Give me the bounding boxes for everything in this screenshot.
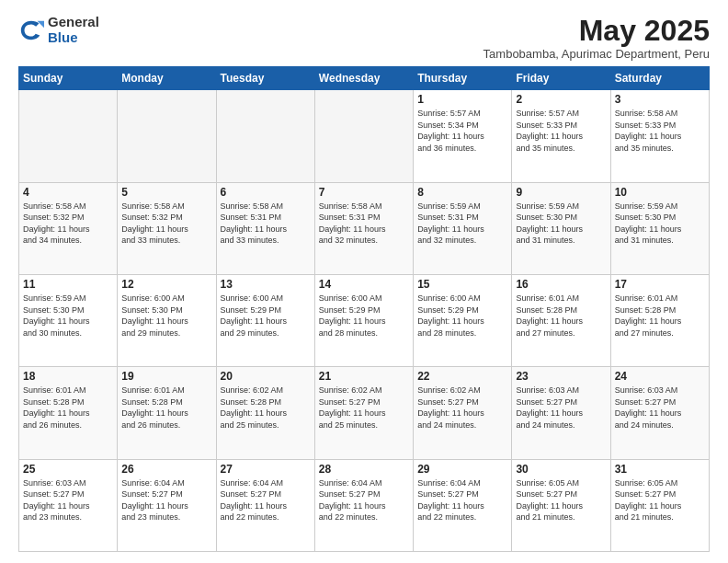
day-info: Sunrise: 6:02 AMSunset: 5:27 PMDaylight:…	[319, 385, 409, 431]
weekday-header-wednesday: Wednesday	[314, 67, 413, 90]
day-number: 15	[417, 278, 507, 291]
day-info: Sunrise: 6:03 AMSunset: 5:27 PMDaylight:…	[23, 477, 113, 523]
title-block: May 2025 Tambobamba, Apurimac Department…	[483, 15, 710, 61]
calendar-cell: 17Sunrise: 6:01 AMSunset: 5:28 PMDayligh…	[610, 274, 709, 366]
day-number: 5	[121, 186, 211, 199]
day-number: 1	[417, 93, 507, 106]
day-info: Sunrise: 6:02 AMSunset: 5:28 PMDaylight:…	[221, 385, 311, 431]
logo: General Blue	[18, 15, 99, 45]
calendar-cell: 19Sunrise: 6:01 AMSunset: 5:28 PMDayligh…	[118, 367, 216, 459]
day-info: Sunrise: 6:00 AMSunset: 5:29 PMDaylight:…	[319, 293, 409, 339]
calendar-cell: 16Sunrise: 6:01 AMSunset: 5:28 PMDayligh…	[512, 274, 610, 366]
day-number: 28	[319, 463, 409, 476]
calendar-cell	[314, 90, 413, 182]
day-info: Sunrise: 5:58 AMSunset: 5:32 PMDaylight:…	[23, 201, 113, 247]
calendar-cell: 25Sunrise: 6:03 AMSunset: 5:27 PMDayligh…	[19, 459, 118, 551]
calendar-cell	[216, 90, 314, 182]
calendar-cell: 20Sunrise: 6:02 AMSunset: 5:28 PMDayligh…	[216, 367, 314, 459]
calendar-cell: 2Sunrise: 5:57 AMSunset: 5:33 PMDaylight…	[512, 90, 610, 182]
day-info: Sunrise: 5:58 AMSunset: 5:31 PMDaylight:…	[221, 201, 311, 247]
logo-icon	[18, 17, 44, 43]
day-info: Sunrise: 5:59 AMSunset: 5:30 PMDaylight:…	[615, 201, 705, 247]
calendar-cell: 18Sunrise: 6:01 AMSunset: 5:28 PMDayligh…	[19, 367, 118, 459]
day-info: Sunrise: 6:01 AMSunset: 5:28 PMDaylight:…	[121, 385, 211, 431]
calendar-cell: 1Sunrise: 5:57 AMSunset: 5:34 PMDaylight…	[414, 90, 512, 182]
day-number: 7	[319, 186, 409, 199]
calendar-cell: 26Sunrise: 6:04 AMSunset: 5:27 PMDayligh…	[118, 459, 216, 551]
calendar-cell: 12Sunrise: 6:00 AMSunset: 5:30 PMDayligh…	[118, 274, 216, 366]
calendar-cell	[118, 90, 216, 182]
day-number: 16	[516, 278, 606, 291]
calendar-cell: 31Sunrise: 6:05 AMSunset: 5:27 PMDayligh…	[610, 459, 709, 551]
day-number: 18	[23, 370, 113, 383]
calendar-cell: 24Sunrise: 6:03 AMSunset: 5:27 PMDayligh…	[610, 367, 709, 459]
day-number: 3	[615, 93, 705, 106]
calendar-cell: 8Sunrise: 5:59 AMSunset: 5:31 PMDaylight…	[414, 182, 512, 274]
day-info: Sunrise: 5:57 AMSunset: 5:34 PMDaylight:…	[417, 108, 507, 154]
calendar-table: SundayMondayTuesdayWednesdayThursdayFrid…	[18, 66, 710, 552]
day-number: 20	[221, 370, 311, 383]
day-number: 14	[319, 278, 409, 291]
day-number: 31	[615, 463, 705, 476]
day-number: 22	[417, 370, 507, 383]
calendar-cell: 28Sunrise: 6:04 AMSunset: 5:27 PMDayligh…	[314, 459, 413, 551]
day-info: Sunrise: 5:58 AMSunset: 5:31 PMDaylight:…	[319, 201, 409, 247]
subtitle: Tambobamba, Apurimac Department, Peru	[483, 47, 710, 61]
day-number: 10	[615, 186, 705, 199]
day-info: Sunrise: 6:05 AMSunset: 5:27 PMDaylight:…	[615, 477, 705, 523]
calendar-cell: 13Sunrise: 6:00 AMSunset: 5:29 PMDayligh…	[216, 274, 314, 366]
day-info: Sunrise: 6:04 AMSunset: 5:27 PMDaylight:…	[121, 477, 211, 523]
day-info: Sunrise: 5:58 AMSunset: 5:33 PMDaylight:…	[615, 108, 705, 154]
day-number: 27	[221, 463, 311, 476]
day-info: Sunrise: 6:00 AMSunset: 5:29 PMDaylight:…	[221, 293, 311, 339]
day-info: Sunrise: 6:00 AMSunset: 5:30 PMDaylight:…	[121, 293, 211, 339]
day-number: 30	[516, 463, 606, 476]
day-number: 4	[23, 186, 113, 199]
week-row-5: 25Sunrise: 6:03 AMSunset: 5:27 PMDayligh…	[19, 459, 710, 551]
weekday-header-monday: Monday	[118, 67, 216, 90]
day-number: 24	[615, 370, 705, 383]
calendar-cell: 23Sunrise: 6:03 AMSunset: 5:27 PMDayligh…	[512, 367, 610, 459]
day-number: 11	[23, 278, 113, 291]
day-info: Sunrise: 6:03 AMSunset: 5:27 PMDaylight:…	[516, 385, 606, 431]
day-info: Sunrise: 6:04 AMSunset: 5:27 PMDaylight:…	[221, 477, 311, 523]
calendar-cell: 29Sunrise: 6:04 AMSunset: 5:27 PMDayligh…	[414, 459, 512, 551]
calendar-cell: 15Sunrise: 6:00 AMSunset: 5:29 PMDayligh…	[414, 274, 512, 366]
logo-blue: Blue	[48, 30, 99, 46]
day-info: Sunrise: 5:59 AMSunset: 5:31 PMDaylight:…	[417, 201, 507, 247]
weekday-header-row: SundayMondayTuesdayWednesdayThursdayFrid…	[19, 67, 710, 90]
day-number: 8	[417, 186, 507, 199]
page: General Blue May 2025 Tambobamba, Apurim…	[0, 0, 728, 563]
day-number: 26	[121, 463, 211, 476]
day-info: Sunrise: 5:59 AMSunset: 5:30 PMDaylight:…	[23, 293, 113, 339]
day-number: 2	[516, 93, 606, 106]
day-number: 25	[23, 463, 113, 476]
day-number: 21	[319, 370, 409, 383]
calendar-cell: 6Sunrise: 5:58 AMSunset: 5:31 PMDaylight…	[216, 182, 314, 274]
day-info: Sunrise: 6:02 AMSunset: 5:27 PMDaylight:…	[417, 385, 507, 431]
day-info: Sunrise: 6:03 AMSunset: 5:27 PMDaylight:…	[615, 385, 705, 431]
day-info: Sunrise: 6:00 AMSunset: 5:29 PMDaylight:…	[417, 293, 507, 339]
day-info: Sunrise: 6:04 AMSunset: 5:27 PMDaylight:…	[319, 477, 409, 523]
calendar-cell: 11Sunrise: 5:59 AMSunset: 5:30 PMDayligh…	[19, 274, 118, 366]
weekday-header-friday: Friday	[512, 67, 610, 90]
week-row-1: 1Sunrise: 5:57 AMSunset: 5:34 PMDaylight…	[19, 90, 710, 182]
calendar-cell: 22Sunrise: 6:02 AMSunset: 5:27 PMDayligh…	[414, 367, 512, 459]
day-info: Sunrise: 6:01 AMSunset: 5:28 PMDaylight:…	[516, 293, 606, 339]
weekday-header-sunday: Sunday	[19, 67, 118, 90]
calendar-cell: 21Sunrise: 6:02 AMSunset: 5:27 PMDayligh…	[314, 367, 413, 459]
day-number: 9	[516, 186, 606, 199]
calendar-cell: 5Sunrise: 5:58 AMSunset: 5:32 PMDaylight…	[118, 182, 216, 274]
day-info: Sunrise: 5:57 AMSunset: 5:33 PMDaylight:…	[516, 108, 606, 154]
logo-general: General	[48, 15, 99, 30]
calendar-cell: 7Sunrise: 5:58 AMSunset: 5:31 PMDaylight…	[314, 182, 413, 274]
day-number: 12	[121, 278, 211, 291]
week-row-2: 4Sunrise: 5:58 AMSunset: 5:32 PMDaylight…	[19, 182, 710, 274]
week-row-4: 18Sunrise: 6:01 AMSunset: 5:28 PMDayligh…	[19, 367, 710, 459]
day-number: 17	[615, 278, 705, 291]
day-number: 19	[121, 370, 211, 383]
header: General Blue May 2025 Tambobamba, Apurim…	[18, 15, 710, 61]
calendar-cell: 9Sunrise: 5:59 AMSunset: 5:30 PMDaylight…	[512, 182, 610, 274]
day-number: 23	[516, 370, 606, 383]
day-number: 29	[417, 463, 507, 476]
